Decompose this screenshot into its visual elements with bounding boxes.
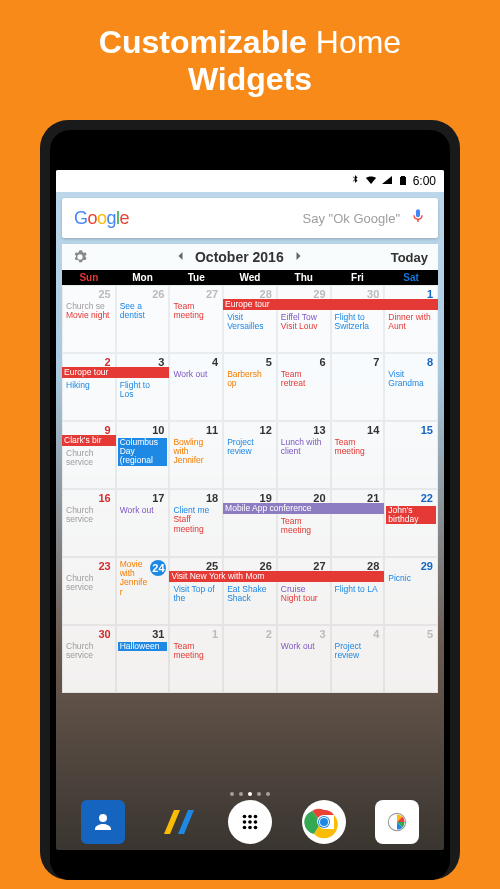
event[interactable]: Project review [333,642,383,661]
event[interactable]: Bowling with Jennifer [171,438,221,466]
calendar-cell[interactable]: 3Work out [277,625,331,693]
event[interactable]: Visit Versailles [225,313,275,332]
event[interactable]: Eat Shake Shack [225,585,275,604]
event[interactable]: Project review [225,438,275,457]
calendar-cell[interactable]: 31Halloween [116,625,170,693]
event[interactable]: Client me [171,506,221,515]
calendar-cell[interactable]: 26Eat Shake Shack [223,557,277,625]
calendar-cell[interactable]: 28Visit Versailles [223,285,277,353]
google-search-bar[interactable]: Google Say "Ok Google" [62,198,438,238]
calendar-cell[interactable]: 22John's birthday [384,489,438,557]
event[interactable]: Team meeting [279,517,329,536]
calendar-cell[interactable]: 30Flight to Switzerla [331,285,385,353]
calendar-cell[interactable]: 19 [223,489,277,557]
calendar-cell[interactable]: 12Project review [223,421,277,489]
calendar-cell[interactable]: 29Eiffel TowVisit Louv [277,285,331,353]
event[interactable]: Work out [279,642,329,651]
calendar-cell[interactable]: 23Church service [62,557,116,625]
calendar-cell[interactable]: 2 [223,625,277,693]
app-drawer-icon[interactable] [228,800,272,844]
calendar-cell[interactable]: 26See a dentist [116,285,170,353]
calendar-cell[interactable]: 25Church seMovie night [62,285,116,353]
calendar-widget[interactable]: October 2016 Today SunMonTueWedThuFriSat… [62,244,438,693]
calendar-cell[interactable]: 1Team meeting [169,625,223,693]
event[interactable]: Flight to Los [118,381,168,400]
calendar-cell[interactable]: 30Church service [62,625,116,693]
page-dots[interactable] [56,792,444,796]
calendar-cell[interactable]: 8Visit Grandma [384,353,438,421]
banner-mobile-conf[interactable]: Mobile App conference [223,503,384,514]
calendar-cell[interactable]: 6Team retreat [277,353,331,421]
event[interactable]: Eiffel Tow [279,313,329,322]
banner-nyc[interactable]: Visit New York with Mom [169,571,384,582]
calendar-cell[interactable]: 7 [331,353,385,421]
event[interactable]: Movie with Jennifer [118,560,150,597]
event[interactable]: Team meeting [171,302,221,321]
event[interactable]: Barbersh op [225,370,275,389]
calendar-cell[interactable]: 15 [384,421,438,489]
event[interactable]: Picnic [386,574,436,583]
calendar-cell[interactable]: 29Picnic [384,557,438,625]
camera-app-icon[interactable] [375,800,419,844]
calendar-cell[interactable]: 25Visit Top of the [169,557,223,625]
event[interactable]: Flight to LA [333,585,383,594]
banner-europe-tour-2[interactable]: Europe tour [62,367,169,378]
calendar-cell[interactable]: 11Bowling with Jennifer [169,421,223,489]
calendar-grid[interactable]: Europe tour Europe tour Clark's bir Mobi… [62,285,438,693]
calendar-cell[interactable]: 1Dinner with Aunt [384,285,438,353]
event[interactable]: Church service [64,642,114,661]
banner-clark[interactable]: Clark's bir [62,435,116,446]
event[interactable]: Church service [64,506,114,525]
event[interactable]: See a dentist [118,302,168,321]
event[interactable]: Flight to Switzerla [333,313,383,332]
calendar-cell[interactable]: 24Movie with Jennifer [116,557,170,625]
event[interactable]: Church service [64,449,114,468]
event[interactable]: Hiking [64,381,114,390]
event[interactable]: Columbus Day (regional [118,438,168,466]
calendar-cell[interactable]: 10Columbus Day (regional [116,421,170,489]
calendar-cell[interactable]: 9Church service [62,421,116,489]
event[interactable]: Church service [64,574,114,593]
calendar-cell[interactable]: 13Lunch with client [277,421,331,489]
calendar-cell[interactable]: 14Team meeting [331,421,385,489]
event[interactable]: Halloween [118,642,168,651]
event[interactable]: Movie night [64,311,114,320]
event[interactable]: Night tour [279,594,329,603]
event[interactable]: Visit Top of the [171,585,221,604]
adsense-app-icon[interactable] [154,800,198,844]
calendar-cell[interactable]: 2Hiking [62,353,116,421]
next-month-icon[interactable] [292,248,304,266]
calendar-cell[interactable]: 16Church service [62,489,116,557]
calendar-cell[interactable]: 4Project review [331,625,385,693]
event[interactable]: Cruise [279,585,329,594]
calendar-cell[interactable]: 21 [331,489,385,557]
calendar-cell[interactable]: 20Team meeting [277,489,331,557]
chrome-app-icon[interactable] [302,800,346,844]
calendar-cell[interactable]: 3Flight to Los [116,353,170,421]
event[interactable]: Church se [64,302,114,311]
contacts-app-icon[interactable] [81,800,125,844]
calendar-cell[interactable]: 4Work out [169,353,223,421]
event[interactable]: John's birthday [386,506,436,525]
event[interactable]: Work out [118,506,168,515]
banner-europe-tour[interactable]: Europe tour [223,299,438,310]
event[interactable]: Work out [171,370,221,379]
event[interactable]: Lunch with client [279,438,329,457]
calendar-cell[interactable]: 27Team meeting [169,285,223,353]
calendar-cell[interactable]: 5 [384,625,438,693]
calendar-cell[interactable]: 5Barbersh op [223,353,277,421]
event[interactable]: Staff meeting [171,515,221,534]
event[interactable]: Visit Louv [279,322,329,331]
calendar-cell[interactable]: 18Client meStaff meeting [169,489,223,557]
calendar-cell[interactable]: 28Flight to LA [331,557,385,625]
event[interactable]: Dinner with Aunt [386,313,436,332]
mic-icon[interactable] [410,208,426,228]
event[interactable]: Team meeting [171,642,221,661]
today-button[interactable]: Today [387,250,432,265]
calendar-cell[interactable]: 27CruiseNight tour [277,557,331,625]
event[interactable]: Team retreat [279,370,329,389]
calendar-cell[interactable]: 17Work out [116,489,170,557]
prev-month-icon[interactable] [175,248,187,266]
gear-icon[interactable] [68,249,92,265]
event[interactable]: Team meeting [333,438,383,457]
